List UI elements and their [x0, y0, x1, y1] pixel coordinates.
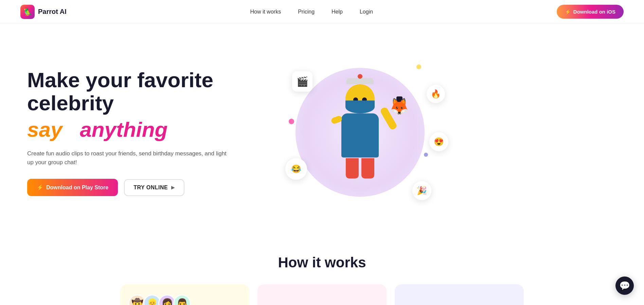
how-it-works-title: How it works [27, 254, 617, 271]
avatar-group: 🤠 👱 👩 👨 [128, 294, 241, 305]
hero-anything-word: anything [80, 118, 167, 141]
eyes-badge: 😍 [429, 132, 448, 151]
card-record: 🎤 [257, 284, 387, 305]
main-nav: How it works Pricing Help Login [250, 9, 373, 15]
hero-buttons: ⚡ Download on Play Store TRY ONLINE ▶ [27, 179, 272, 196]
chat-icon: 💬 [619, 281, 630, 291]
play-store-bolt-icon: ⚡ [37, 184, 43, 191]
download-ios-label: Download on iOS [573, 9, 615, 15]
try-online-arrow-icon: ▶ [171, 185, 175, 190]
try-online-label: TRY ONLINE [133, 185, 168, 191]
laugh-badge: 😂 [285, 158, 307, 180]
fire-badge: 🔥 [427, 85, 445, 103]
animal-decoration: 🦊 [389, 97, 410, 116]
how-it-works-section: How it works 🤠 👱 👩 👨 🎤 ✨ [0, 234, 644, 305]
party-badge: 🎉 [412, 181, 431, 200]
card-share: ✨ [395, 284, 524, 305]
hero-illustration: 🦊 🎬 🔥 😍 😂 🎉 [272, 44, 448, 221]
try-online-button[interactable]: TRY ONLINE ▶ [124, 179, 184, 196]
card-choose-celebrity: 🤠 👱 👩 👨 [120, 284, 249, 305]
nav-login[interactable]: Login [360, 9, 373, 15]
how-it-works-cards: 🤠 👱 👩 👨 🎤 ✨ [27, 284, 617, 305]
character-figure [341, 78, 379, 178]
logo-text: Parrot AI [38, 8, 67, 16]
hero-content: Make your favorite celebrity say anythin… [27, 69, 272, 196]
logo[interactable]: 🦜 Parrot AI [20, 5, 67, 19]
chat-button[interactable]: 💬 [615, 277, 634, 295]
film-badge: 🎬 [292, 71, 312, 92]
yellow-dot [416, 64, 421, 69]
blue-dot [424, 153, 428, 157]
hero-title-line2: say anything [27, 118, 272, 141]
hero-title-line1: Make your favorite celebrity [27, 69, 272, 115]
hero-section: Make your favorite celebrity say anythin… [0, 24, 644, 234]
play-store-label: Download on Play Store [46, 185, 108, 191]
pink-dot [289, 119, 294, 124]
nav-pricing[interactable]: Pricing [298, 9, 315, 15]
download-play-store-button[interactable]: ⚡ Download on Play Store [27, 179, 118, 196]
hero-description: Create fun audio clips to roast your fri… [27, 149, 231, 167]
bolt-icon: ⚡ [565, 9, 571, 15]
logo-icon: 🦜 [20, 5, 35, 19]
nav-how-it-works[interactable]: How it works [250, 9, 281, 15]
download-ios-button[interactable]: ⚡ Download on iOS [557, 5, 624, 19]
header: 🦜 Parrot AI How it works Pricing Help Lo… [0, 0, 644, 24]
hero-say-word: say [27, 118, 62, 141]
avatar-4: 👨 [173, 294, 191, 305]
nav-help[interactable]: Help [332, 9, 343, 15]
